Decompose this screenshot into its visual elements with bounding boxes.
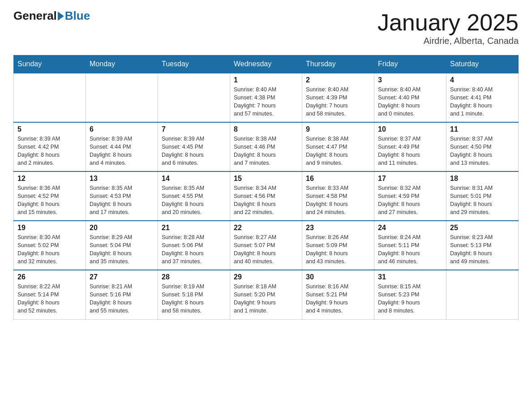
calendar-cell: 19Sunrise: 8:30 AM Sunset: 5:02 PM Dayli…: [14, 221, 86, 270]
calendar-cell: 3Sunrise: 8:40 AM Sunset: 4:40 PM Daylig…: [374, 73, 446, 122]
calendar-cell: 13Sunrise: 8:35 AM Sunset: 4:53 PM Dayli…: [86, 171, 158, 221]
day-number: 31: [378, 273, 442, 281]
calendar-cell: 17Sunrise: 8:32 AM Sunset: 4:59 PM Dayli…: [374, 171, 446, 221]
calendar-cell: 2Sunrise: 8:40 AM Sunset: 4:39 PM Daylig…: [302, 73, 374, 122]
day-info: Sunrise: 8:40 AM Sunset: 4:39 PM Dayligh…: [306, 86, 370, 118]
day-info: Sunrise: 8:39 AM Sunset: 4:44 PM Dayligh…: [90, 135, 154, 167]
day-info: Sunrise: 8:39 AM Sunset: 4:42 PM Dayligh…: [17, 135, 82, 167]
day-info: Sunrise: 8:16 AM Sunset: 5:21 PM Dayligh…: [306, 283, 370, 315]
week-row-1: 1Sunrise: 8:40 AM Sunset: 4:38 PM Daylig…: [14, 73, 519, 122]
title-section: January 2025 Airdrie, Alberta, Canada: [378, 9, 519, 46]
calendar-cell: 5Sunrise: 8:39 AM Sunset: 4:42 PM Daylig…: [14, 122, 86, 171]
day-number: 20: [90, 224, 154, 232]
week-row-2: 5Sunrise: 8:39 AM Sunset: 4:42 PM Daylig…: [14, 122, 519, 171]
day-number: 5: [17, 125, 82, 133]
day-info: Sunrise: 8:40 AM Sunset: 4:38 PM Dayligh…: [234, 86, 298, 118]
calendar-cell: 10Sunrise: 8:37 AM Sunset: 4:49 PM Dayli…: [374, 122, 446, 171]
day-number: 11: [450, 125, 515, 133]
day-info: Sunrise: 8:22 AM Sunset: 5:14 PM Dayligh…: [17, 283, 82, 315]
day-info: Sunrise: 8:37 AM Sunset: 4:49 PM Dayligh…: [378, 135, 442, 167]
calendar-cell: 20Sunrise: 8:29 AM Sunset: 5:04 PM Dayli…: [86, 221, 158, 270]
day-number: 21: [162, 224, 226, 232]
day-info: Sunrise: 8:38 AM Sunset: 4:47 PM Dayligh…: [306, 135, 370, 167]
day-number: 25: [450, 224, 515, 232]
day-info: Sunrise: 8:32 AM Sunset: 4:59 PM Dayligh…: [378, 184, 442, 217]
logo-blue-text: Blue: [65, 9, 90, 23]
calendar-cell: 8Sunrise: 8:38 AM Sunset: 4:46 PM Daylig…: [230, 122, 302, 171]
day-number: 8: [234, 125, 298, 133]
logo-general-text: General: [13, 9, 57, 23]
calendar-cell: 9Sunrise: 8:38 AM Sunset: 4:47 PM Daylig…: [302, 122, 374, 171]
day-info: Sunrise: 8:40 AM Sunset: 4:40 PM Dayligh…: [378, 86, 442, 118]
calendar-cell: 7Sunrise: 8:39 AM Sunset: 4:45 PM Daylig…: [158, 122, 230, 171]
day-number: 24: [378, 224, 442, 232]
calendar-cell: 30Sunrise: 8:16 AM Sunset: 5:21 PM Dayli…: [302, 270, 374, 319]
day-info: Sunrise: 8:35 AM Sunset: 4:53 PM Dayligh…: [90, 184, 154, 217]
day-info: Sunrise: 8:40 AM Sunset: 4:41 PM Dayligh…: [450, 86, 515, 118]
day-number: 19: [17, 224, 82, 232]
week-row-3: 12Sunrise: 8:36 AM Sunset: 4:52 PM Dayli…: [14, 171, 519, 221]
calendar-cell: 4Sunrise: 8:40 AM Sunset: 4:41 PM Daylig…: [446, 73, 519, 122]
calendar-cell: 23Sunrise: 8:26 AM Sunset: 5:09 PM Dayli…: [302, 221, 374, 270]
calendar-header-row: Sunday Monday Tuesday Wednesday Thursday…: [14, 56, 519, 73]
day-info: Sunrise: 8:19 AM Sunset: 5:18 PM Dayligh…: [162, 283, 226, 315]
day-number: 26: [17, 273, 82, 281]
day-info: Sunrise: 8:39 AM Sunset: 4:45 PM Dayligh…: [162, 135, 226, 167]
day-info: Sunrise: 8:28 AM Sunset: 5:06 PM Dayligh…: [162, 233, 226, 266]
calendar-cell: [14, 73, 86, 122]
day-info: Sunrise: 8:38 AM Sunset: 4:46 PM Dayligh…: [234, 135, 298, 167]
day-info: Sunrise: 8:29 AM Sunset: 5:04 PM Dayligh…: [90, 233, 154, 266]
calendar-cell: 11Sunrise: 8:37 AM Sunset: 4:50 PM Dayli…: [446, 122, 519, 171]
day-info: Sunrise: 8:30 AM Sunset: 5:02 PM Dayligh…: [17, 233, 82, 266]
day-number: 27: [90, 273, 154, 281]
calendar-cell: [446, 270, 519, 319]
day-number: 4: [450, 76, 515, 84]
calendar-cell: 24Sunrise: 8:24 AM Sunset: 5:11 PM Dayli…: [374, 221, 446, 270]
day-number: 6: [90, 125, 154, 133]
calendar-cell: 25Sunrise: 8:23 AM Sunset: 5:13 PM Dayli…: [446, 221, 519, 270]
day-number: 2: [306, 76, 370, 84]
day-info: Sunrise: 8:21 AM Sunset: 5:16 PM Dayligh…: [90, 283, 154, 315]
calendar-cell: 26Sunrise: 8:22 AM Sunset: 5:14 PM Dayli…: [14, 270, 86, 319]
day-info: Sunrise: 8:23 AM Sunset: 5:13 PM Dayligh…: [450, 233, 515, 266]
day-number: 7: [162, 125, 226, 133]
calendar-cell: 29Sunrise: 8:18 AM Sunset: 5:20 PM Dayli…: [230, 270, 302, 319]
day-number: 14: [162, 175, 226, 183]
calendar-cell: 15Sunrise: 8:34 AM Sunset: 4:56 PM Dayli…: [230, 171, 302, 221]
col-saturday: Saturday: [446, 56, 519, 73]
calendar-cell: [158, 73, 230, 122]
day-info: Sunrise: 8:35 AM Sunset: 4:55 PM Dayligh…: [162, 184, 226, 217]
day-number: 23: [306, 224, 370, 232]
col-wednesday: Wednesday: [230, 56, 302, 73]
day-info: Sunrise: 8:27 AM Sunset: 5:07 PM Dayligh…: [234, 233, 298, 266]
month-title: January 2025: [378, 9, 519, 36]
col-monday: Monday: [86, 56, 158, 73]
calendar-cell: 12Sunrise: 8:36 AM Sunset: 4:52 PM Dayli…: [14, 171, 86, 221]
day-number: 15: [234, 175, 298, 183]
day-number: 30: [306, 273, 370, 281]
day-info: Sunrise: 8:37 AM Sunset: 4:50 PM Dayligh…: [450, 135, 515, 167]
page-header: General Blue January 2025 Airdrie, Alber…: [13, 9, 519, 46]
location-title: Airdrie, Alberta, Canada: [378, 36, 519, 46]
day-number: 17: [378, 175, 442, 183]
calendar-cell: 31Sunrise: 8:15 AM Sunset: 5:23 PM Dayli…: [374, 270, 446, 319]
calendar-cell: 1Sunrise: 8:40 AM Sunset: 4:38 PM Daylig…: [230, 73, 302, 122]
week-row-5: 26Sunrise: 8:22 AM Sunset: 5:14 PM Dayli…: [14, 270, 519, 319]
day-info: Sunrise: 8:34 AM Sunset: 4:56 PM Dayligh…: [234, 184, 298, 217]
day-info: Sunrise: 8:33 AM Sunset: 4:58 PM Dayligh…: [306, 184, 370, 217]
day-info: Sunrise: 8:31 AM Sunset: 5:01 PM Dayligh…: [450, 184, 515, 217]
calendar-cell: 27Sunrise: 8:21 AM Sunset: 5:16 PM Dayli…: [86, 270, 158, 319]
calendar-cell: 18Sunrise: 8:31 AM Sunset: 5:01 PM Dayli…: [446, 171, 519, 221]
day-number: 16: [306, 175, 370, 183]
calendar-cell: 21Sunrise: 8:28 AM Sunset: 5:06 PM Dayli…: [158, 221, 230, 270]
day-info: Sunrise: 8:18 AM Sunset: 5:20 PM Dayligh…: [234, 283, 298, 315]
day-info: Sunrise: 8:26 AM Sunset: 5:09 PM Dayligh…: [306, 233, 370, 266]
calendar-cell: 16Sunrise: 8:33 AM Sunset: 4:58 PM Dayli…: [302, 171, 374, 221]
col-thursday: Thursday: [302, 56, 374, 73]
day-number: 12: [17, 175, 82, 183]
day-number: 18: [450, 175, 515, 183]
day-number: 22: [234, 224, 298, 232]
day-number: 9: [306, 125, 370, 133]
week-row-4: 19Sunrise: 8:30 AM Sunset: 5:02 PM Dayli…: [14, 221, 519, 270]
calendar-cell: 22Sunrise: 8:27 AM Sunset: 5:07 PM Dayli…: [230, 221, 302, 270]
